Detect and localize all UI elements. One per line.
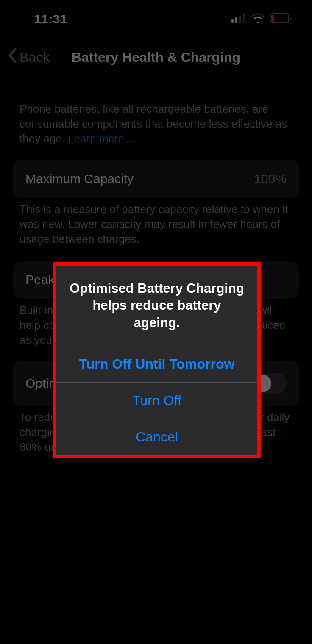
alert-title: Optimised Battery Charging helps reduce … [56, 266, 257, 346]
alert-highlight-box: Optimised Battery Charging helps reduce … [53, 262, 261, 458]
alert-dialog: Optimised Battery Charging helps reduce … [56, 266, 257, 455]
turn-off-button[interactable]: Turn Off [56, 382, 257, 419]
turn-off-until-tomorrow-button[interactable]: Turn Off Until Tomorrow [56, 346, 257, 382]
cancel-button[interactable]: Cancel [56, 419, 257, 455]
